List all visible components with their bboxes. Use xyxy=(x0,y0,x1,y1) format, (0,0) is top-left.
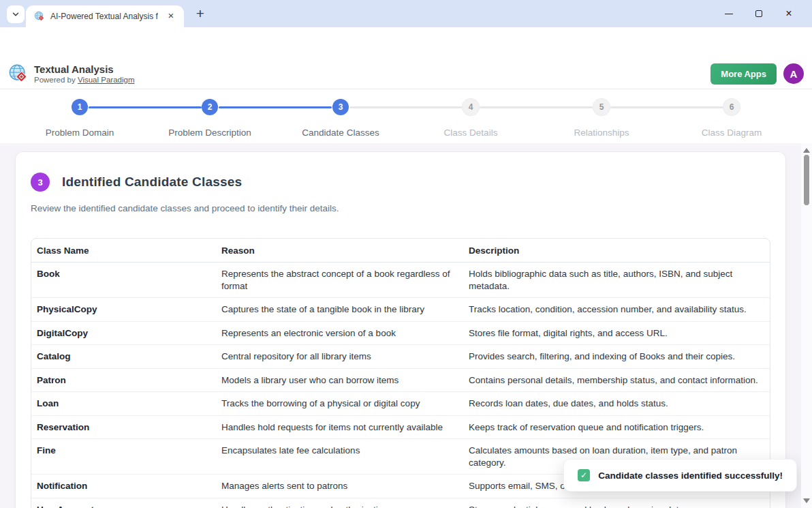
wizard-stepper: 1 Problem Domain 2 Problem Description 3… xyxy=(0,89,812,143)
candidate-classes-card: 3 Identified Candidate Classes Review th… xyxy=(15,151,786,508)
class-name-cell: PhysicalCopy xyxy=(31,298,216,322)
minimize-icon xyxy=(725,14,733,14)
powered-by: Powered by Visual Paradigm xyxy=(34,76,134,84)
maximize-icon xyxy=(755,10,762,17)
step-circle-5[interactable]: 5 xyxy=(593,99,610,115)
step-number-badge: 3 xyxy=(31,173,50,192)
column-header-class-name: Class Name xyxy=(31,239,216,263)
class-name-cell: Catalog xyxy=(31,345,216,369)
step-class-diagram: 6 Class Diagram xyxy=(667,99,796,138)
browser-window: AI-Powered Textual Analysis for × + × xyxy=(0,0,812,508)
step-problem-domain: 1 Problem Domain xyxy=(15,99,144,138)
powered-by-text: Powered by xyxy=(34,76,76,84)
close-button[interactable]: × xyxy=(774,4,804,23)
reason-cell: Represents the abstract concept of a boo… xyxy=(216,263,463,298)
chevron-down-icon xyxy=(11,10,20,19)
class-name-cell: Book xyxy=(31,263,216,298)
new-tab-button[interactable]: + xyxy=(192,5,208,22)
user-avatar[interactable]: A xyxy=(783,63,804,84)
step-label-1: Problem Domain xyxy=(15,128,144,138)
step-label-2: Problem Description xyxy=(145,128,275,138)
browser-tab[interactable]: AI-Powered Textual Analysis for × xyxy=(26,5,184,27)
step-problem-description: 2 Problem Description xyxy=(145,99,275,138)
scroll-up-icon[interactable] xyxy=(803,148,810,153)
class-name-cell: Fine xyxy=(31,439,216,475)
step-label-3: Candidate Classes xyxy=(276,128,405,138)
class-name-cell: DigitalCopy xyxy=(31,321,216,345)
scroll-down-icon[interactable] xyxy=(803,498,810,503)
step-circle-3[interactable]: 3 xyxy=(332,99,349,115)
visual-paradigm-favicon xyxy=(34,11,45,22)
table-header-row: Class Name Reason Description xyxy=(31,239,770,263)
tab-search-button[interactable] xyxy=(7,5,25,23)
page-scrollbar[interactable] xyxy=(801,143,812,508)
stepper-connector xyxy=(219,106,332,108)
step-class-details: 4 Class Details xyxy=(406,99,535,138)
stepper-connector xyxy=(349,106,463,108)
step-candidate-classes: 3 Candidate Classes xyxy=(276,99,405,138)
table-row: PatronModels a library user who can borr… xyxy=(31,368,770,392)
toast-message: Candidate classes identified successfull… xyxy=(598,470,783,481)
step-label-5: Relationships xyxy=(537,128,666,138)
description-cell: Holds bibliographic data such as title, … xyxy=(463,263,770,298)
step-circle-6[interactable]: 6 xyxy=(723,99,740,115)
description-cell: Provides search, filtering, and indexing… xyxy=(463,345,770,369)
class-name-cell: Notification xyxy=(31,475,216,498)
reason-cell: Models a library user who can borrow ite… xyxy=(216,368,463,392)
step-circle-1[interactable]: 1 xyxy=(72,99,88,115)
scrollbar-thumb[interactable] xyxy=(804,155,809,205)
table-row: CatalogCentral repository for all librar… xyxy=(31,345,770,369)
visual-paradigm-logo xyxy=(8,63,29,84)
step-circle-2[interactable]: 2 xyxy=(202,99,218,115)
maximize-button[interactable] xyxy=(744,4,774,23)
table-row: DigitalCopyRepresents an electronic vers… xyxy=(31,321,770,345)
step-relationships: 5 Relationships xyxy=(537,99,666,138)
page-subtitle: Review the identified candidate classes … xyxy=(31,203,770,213)
page-content: 3 Identified Candidate Classes Review th… xyxy=(0,143,812,508)
step-circle-4[interactable]: 4 xyxy=(463,99,479,115)
reason-cell: Handles hold requests for items not curr… xyxy=(216,415,463,439)
success-toast: ✓ Candidate classes identified successfu… xyxy=(563,459,797,492)
table-row: BookRepresents the abstract concept of a… xyxy=(31,263,770,298)
description-cell: Keeps track of reservation queue and not… xyxy=(463,415,770,439)
reason-cell: Represents an electronic version of a bo… xyxy=(216,321,463,345)
reason-cell: Tracks the borrowing of a physical or di… xyxy=(216,392,463,416)
window-controls: × xyxy=(714,4,804,23)
class-name-cell: UserAccount xyxy=(31,498,216,508)
class-name-cell: Patron xyxy=(31,368,216,392)
table-row: PhysicalCopyCaptures the state of a tang… xyxy=(31,298,770,322)
description-cell: Stores file format, digital rights, and … xyxy=(463,321,770,345)
tab-close-icon[interactable]: × xyxy=(165,10,177,23)
reason-cell: Central repository for all library items xyxy=(216,345,463,369)
tab-title: AI-Powered Textual Analysis for xyxy=(50,12,158,21)
stepper-connector xyxy=(89,106,202,108)
reason-cell: Manages alerts sent to patrons xyxy=(216,475,463,498)
description-cell: Tracks location, condition, accession nu… xyxy=(463,298,770,322)
check-icon: ✓ xyxy=(578,469,590,481)
column-header-reason: Reason xyxy=(216,239,463,263)
class-name-cell: Loan xyxy=(31,392,216,416)
step-label-4: Class Details xyxy=(406,128,535,138)
table-row: ReservationHandles hold requests for ite… xyxy=(31,415,770,439)
step-label-6: Class Diagram xyxy=(667,128,796,138)
page-title: Identified Candidate Classes xyxy=(62,175,242,190)
stepper-connector xyxy=(610,106,723,108)
browser-toolbar: ai-toolbox.visual-paradigm.com/app/textu… xyxy=(0,27,812,59)
reason-cell: Captures the state of a tangible book in… xyxy=(216,298,463,322)
description-cell: Contains personal details, membership st… xyxy=(463,368,770,392)
minimize-button[interactable] xyxy=(714,4,744,23)
stepper-connector xyxy=(480,106,593,108)
visual-paradigm-link[interactable]: Visual Paradigm xyxy=(78,76,135,84)
table-row: LoanTracks the borrowing of a physical o… xyxy=(31,392,770,416)
column-header-description: Description xyxy=(463,239,770,263)
tab-strip: AI-Powered Textual Analysis for × + × xyxy=(0,0,812,27)
description-cell: Records loan dates, due dates, and holds… xyxy=(463,392,770,416)
more-apps-button[interactable]: More Apps xyxy=(710,63,777,85)
description-cell: Stores credentials, password hash, and s… xyxy=(463,498,770,508)
reason-cell: Encapsulates late fee calculations xyxy=(216,439,463,475)
reason-cell: Handles authentication and authorization xyxy=(216,498,463,508)
table-row: UserAccountHandles authentication and au… xyxy=(31,498,770,508)
app-header: Textual Analysis Powered by Visual Parad… xyxy=(0,59,812,89)
class-name-cell: Reservation xyxy=(31,415,216,439)
close-icon: × xyxy=(785,8,792,19)
